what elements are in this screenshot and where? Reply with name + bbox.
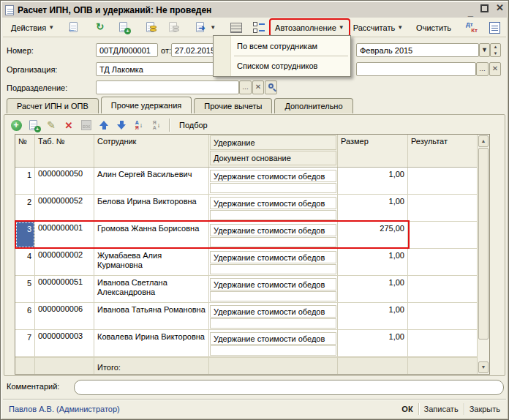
table-body: 1 0000000050 Алин Сергей Васильевич Удер… <box>15 168 477 357</box>
organization-label: Организация: <box>7 63 57 76</box>
scroll-down-button[interactable]: ▼ <box>478 361 489 373</box>
pencil-icon: ✎ <box>47 119 56 131</box>
document-arrow-icon: ➜ <box>194 20 208 34</box>
table-row[interactable]: 2 0000000052 Белова Ирина Викторовна Уде… <box>15 195 477 222</box>
copy-button[interactable]: + <box>113 20 135 36</box>
sort-asc-button[interactable]: АЯ↓ <box>132 118 146 132</box>
sort-desc-button[interactable]: ЯА↓ <box>149 118 164 132</box>
menu-separator <box>234 56 348 56</box>
autofill-button[interactable]: Автозаполнение▼ <box>271 20 349 36</box>
col-num[interactable]: № <box>15 135 35 167</box>
col-employee[interactable]: Сотрудник <box>94 135 209 167</box>
calculate-button[interactable]: Рассчитать▼ <box>349 20 407 36</box>
chevron-down-icon: ▼ <box>48 24 54 31</box>
table-row[interactable]: 1 0000000050 Алин Сергей Васильевич Удер… <box>15 168 477 195</box>
tab-raschet-ipn-opv[interactable]: Расчет ИПН и ОПВ <box>7 98 99 113</box>
vertical-scrollbar[interactable]: ▲ ▼ <box>477 135 489 374</box>
copy-plus-icon: + <box>117 20 131 34</box>
date-label: от: <box>161 44 171 57</box>
maximize-button[interactable] <box>480 4 489 12</box>
extra-field[interactable] <box>356 62 476 76</box>
period-spinner[interactable]: ▲▼ <box>490 43 501 57</box>
refresh-button[interactable]: ↻ <box>90 20 113 36</box>
col-deduction[interactable]: Удержание Документ основание <box>209 135 338 167</box>
delete-row-button[interactable]: ✕ <box>61 118 76 132</box>
chevron-down-icon: ▼ <box>397 24 403 31</box>
actions-button[interactable]: Действия▼ <box>7 20 59 36</box>
document-coins-gray-icon <box>167 20 181 34</box>
copy-row-icon: + <box>27 119 41 132</box>
col-tab-no[interactable]: Таб. № <box>35 135 94 167</box>
ok-button[interactable]: ОК <box>401 405 412 413</box>
tab-dopolnitelno[interactable]: Дополнительно <box>274 98 352 113</box>
post-document-button[interactable]: ← <box>63 20 86 36</box>
close-button[interactable]: ✕ <box>496 3 504 18</box>
col-size[interactable]: Размер <box>338 135 408 167</box>
comment-label: Комментарий: <box>7 382 59 391</box>
report-icon <box>489 22 500 34</box>
table-row[interactable]: 7 0000000003 Ковалева Ирина Викторовна У… <box>15 330 477 357</box>
deductions-table: № Таб. № Сотрудник Удержание Документ ос… <box>15 134 490 375</box>
copy-row-button[interactable]: + <box>26 118 41 132</box>
tab-panel: + + ✎ ✕ АЯ↓ ЯА↓ Подбор № Таб. № Сотрудни… <box>4 114 505 376</box>
tab-prochie-vychety[interactable]: Прочие вычеты <box>194 98 272 113</box>
move-up-button[interactable] <box>97 118 111 132</box>
document-icon <box>5 5 14 15</box>
status-bar: Павлов А.В. (Администратор) ОК Записать … <box>3 399 506 418</box>
department-select-button[interactable]: … <box>239 80 252 94</box>
menu-item-all-employees[interactable]: По всем сотрудникам <box>214 37 350 55</box>
list-rows-icon <box>230 23 242 33</box>
chevron-down-icon: ▼ <box>210 24 216 31</box>
minimize-button[interactable]: _ <box>468 7 473 18</box>
table-row[interactable]: 4 0000000002 Жумабаева Алия Курмановна У… <box>15 249 477 276</box>
search-icon <box>268 83 274 89</box>
extra-clear-button[interactable]: ✕ <box>489 62 501 76</box>
add-row-button[interactable]: + <box>9 118 23 132</box>
table-row-selected[interactable]: 3 0000000001 Громова Жанна Борисовна Уде… <box>15 222 477 249</box>
refresh-icon: ↻ <box>94 20 108 34</box>
department-label: Подразделение: <box>7 81 67 94</box>
comment-field[interactable] <box>74 380 504 395</box>
sort-asc-icon: АЯ↓ <box>135 120 143 130</box>
dt-kt-icon: ДтКт <box>464 22 479 34</box>
document-coins-icon <box>144 20 158 34</box>
dt-kt-button[interactable]: ДтКт <box>460 20 483 36</box>
col-result[interactable]: Результат <box>408 135 477 167</box>
department-field[interactable] <box>96 80 239 94</box>
window-title: Расчет ИПН, ОПВ и удержаний: Не проведен <box>18 5 211 15</box>
end-edit-icon <box>81 120 91 130</box>
scroll-up-button[interactable]: ▲ <box>478 135 489 147</box>
period-field[interactable]: Февраль 2015 <box>356 43 479 57</box>
number-field[interactable]: 00ТДЛ000001 <box>96 43 158 57</box>
move-down-button[interactable] <box>114 118 129 132</box>
doc-coins-disabled-button <box>162 20 185 36</box>
current-user: Павлов А.В. (Администратор) <box>9 405 120 413</box>
form-settings-button[interactable] <box>248 20 271 36</box>
doc-coins-button[interactable] <box>140 20 162 36</box>
menu-item-employee-list[interactable]: Списком сотрудников <box>214 57 350 75</box>
list-settings-button[interactable] <box>225 20 248 36</box>
title-bar[interactable]: Расчет ИПН, ОПВ и удержаний: Не проведен… <box>2 2 507 18</box>
settings-checkbox-icon <box>252 20 266 34</box>
post-document-icon: ← <box>67 20 81 34</box>
autofill-dropdown-menu: По всем сотрудникам Списком сотрудников <box>213 35 351 77</box>
delete-icon: ✕ <box>65 120 73 131</box>
table-row[interactable]: 6 0000000006 Иванова Татьяна Романовна У… <box>15 303 477 330</box>
tab-prochie-uderzhaniya[interactable]: Прочие удержания <box>101 97 192 113</box>
department-search-button[interactable] <box>265 80 277 94</box>
enter-on-basis-button[interactable]: ➜▼ <box>189 20 220 36</box>
close-form-button[interactable]: Закрыть <box>470 405 500 413</box>
table-header: № Таб. № Сотрудник Удержание Документ ос… <box>15 135 477 168</box>
period-dropdown-button[interactable]: ▼ <box>479 43 490 57</box>
edit-row-button[interactable]: ✎ <box>44 118 59 132</box>
department-clear-button[interactable]: ✕ <box>252 80 264 94</box>
save-button[interactable]: Записать <box>424 405 459 413</box>
scroll-thumb[interactable] <box>478 148 489 340</box>
clear-button[interactable]: Очистить <box>412 20 456 36</box>
chevron-down-icon: ▼ <box>339 24 344 31</box>
pick-button[interactable]: Подбор <box>175 118 212 132</box>
report-button[interactable] <box>483 20 506 36</box>
table-row[interactable]: 5 0000000051 Иванова Светлана Александро… <box>15 276 477 303</box>
app-window: Расчет ИПН, ОПВ и удержаний: Не проведен… <box>0 0 509 420</box>
extra-select-button[interactable]: … <box>476 62 489 76</box>
